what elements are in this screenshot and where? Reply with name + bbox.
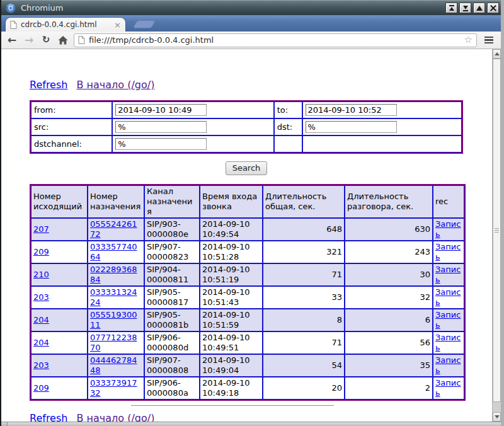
- destination-number-link[interactable]: 03337391732: [90, 378, 137, 398]
- top-nav-links: Refresh В начало (/go/): [30, 79, 492, 91]
- new-tab-button[interactable]: [133, 20, 156, 28]
- to-label: to:: [274, 101, 302, 118]
- destination-number-link-cell: 05551930011: [88, 309, 144, 331]
- bookmark-star-icon[interactable]: ☆: [464, 35, 472, 45]
- total-duration-cell: 71: [263, 263, 345, 286]
- form-row: from: to:: [31, 101, 462, 118]
- start-time-cell: 2014-09-10 10:51:43: [200, 286, 263, 309]
- source-number-link[interactable]: 210: [33, 270, 49, 279]
- table-row: 21002228936884SIP/904-000008112014-09-10…: [31, 263, 464, 286]
- table-row: 20705552426172SIP/903-0000080e2014-09-10…: [31, 218, 464, 241]
- tab-close-icon[interactable]: ×: [114, 21, 121, 29]
- start-time-cell: 2014-09-10 10:51:19: [200, 263, 263, 286]
- channel-cell: SIP/906-0000080a: [144, 377, 200, 400]
- shade-button[interactable]: [445, 3, 457, 13]
- search-row: Search: [30, 161, 463, 175]
- source-number-link[interactable]: 203: [33, 292, 49, 302]
- browser-window: Chromium cdrcb-0.0.4.cgi.html × ← → ↻: [0, 0, 504, 426]
- record-link[interactable]: Запись: [435, 333, 461, 352]
- source-number-link-cell: 209: [31, 241, 88, 263]
- page-content: Refresh В начало (/go/) from: to: src: d…: [1, 49, 501, 422]
- source-number-link[interactable]: 209: [33, 383, 49, 393]
- refresh-link[interactable]: Refresh: [30, 412, 67, 422]
- minimize-button[interactable]: [459, 3, 471, 13]
- destination-number-link[interactable]: 07771223870: [90, 333, 137, 352]
- record-link[interactable]: Запись: [435, 242, 461, 262]
- dst-input[interactable]: [306, 121, 397, 133]
- address-bar[interactable]: file:///tmp/cdrcb-0.0.4.cgi.html ☆: [74, 33, 477, 47]
- record-link[interactable]: Запись: [435, 378, 461, 398]
- record-link[interactable]: Запись: [435, 355, 461, 375]
- source-number-link[interactable]: 209: [33, 247, 49, 256]
- total-duration-cell: 20: [263, 377, 345, 400]
- source-number-link[interactable]: 204: [33, 338, 49, 347]
- scroll-up-button[interactable]: [493, 49, 501, 59]
- resize-grip[interactable]: [1, 422, 8, 426]
- destination-number-link[interactable]: 02228936884: [90, 265, 137, 284]
- search-button[interactable]: Search: [226, 161, 268, 175]
- record-link[interactable]: Запись: [435, 287, 461, 307]
- vertical-scrollbar[interactable]: [492, 49, 501, 422]
- source-number-link[interactable]: 203: [33, 360, 49, 370]
- destination-number-link-cell: 04446278448: [88, 354, 144, 377]
- dstchannel-input[interactable]: [115, 138, 207, 150]
- src-label: src:: [31, 118, 112, 135]
- start-time-cell: 2014-09-10 10:49:04: [200, 354, 263, 377]
- window-bottom-frame: [1, 422, 501, 426]
- close-button[interactable]: [487, 3, 499, 13]
- start-time-cell: 2014-09-10 10:49:18: [200, 377, 263, 400]
- record-link-cell: Запись: [433, 354, 464, 377]
- back-icon: ←: [8, 35, 16, 45]
- talk-duration-cell: 32: [345, 286, 433, 309]
- destination-number-link[interactable]: 03335774064: [90, 242, 137, 262]
- reload-button[interactable]: ↻: [40, 34, 52, 47]
- cdr-table: Номер исходящийНомер назначенияКанал наз…: [30, 184, 466, 401]
- reload-icon: ↻: [42, 35, 50, 45]
- destination-number-link-cell: 03337391732: [88, 377, 144, 400]
- chromium-logo-icon: [6, 3, 16, 13]
- record-link[interactable]: Запись: [435, 219, 461, 239]
- menu-button[interactable]: [481, 33, 496, 47]
- total-duration-cell: 8: [263, 309, 345, 331]
- browser-tab[interactable]: cdrcb-0.0.4.cgi.html ×: [5, 17, 126, 32]
- scroll-down-button[interactable]: [493, 412, 501, 422]
- source-number-link-cell: 203: [31, 286, 88, 309]
- url-text[interactable]: file:///tmp/cdrcb-0.0.4.cgi.html: [89, 35, 461, 45]
- destination-number-link[interactable]: 03333132424: [90, 287, 137, 307]
- home-button[interactable]: [57, 34, 69, 47]
- source-number-link-cell: 210: [31, 263, 88, 286]
- to-input[interactable]: [306, 104, 397, 116]
- source-number-link[interactable]: 207: [33, 224, 49, 234]
- destination-number-link[interactable]: 04446278448: [90, 355, 137, 375]
- total-duration-cell: 71: [263, 331, 345, 354]
- src-input[interactable]: [115, 121, 207, 133]
- refresh-link[interactable]: Refresh: [30, 79, 67, 91]
- record-link-cell: Запись: [433, 309, 464, 331]
- record-link[interactable]: Запись: [435, 265, 461, 284]
- home-go-link[interactable]: В начало (/go/): [77, 412, 155, 422]
- channel-cell: SIP/903-0000080e: [144, 218, 200, 241]
- filter-form-table: from: to: src: dst: dstchannel:: [30, 100, 463, 154]
- window-title: Chromium: [21, 3, 444, 13]
- destination-number-link[interactable]: 05551930011: [90, 310, 137, 330]
- window-controls: [444, 3, 499, 13]
- titlebar[interactable]: Chromium: [1, 0, 501, 15]
- record-link-cell: Запись: [433, 286, 464, 309]
- back-button[interactable]: ←: [6, 34, 18, 47]
- column-header: Номер назначения: [88, 185, 144, 218]
- destination-number-link-cell: 03333132424: [88, 286, 144, 309]
- record-link-cell: Запись: [433, 263, 464, 286]
- forward-button[interactable]: →: [23, 34, 35, 47]
- from-input[interactable]: [115, 104, 207, 116]
- home-go-link[interactable]: В начало (/go/): [77, 79, 155, 91]
- scrollbar-thumb[interactable]: [493, 59, 501, 402]
- scrollbar-track[interactable]: [493, 402, 501, 412]
- maximize-button[interactable]: [473, 3, 485, 13]
- source-number-link[interactable]: 204: [33, 315, 49, 325]
- channel-cell: SIP/904-00000811: [144, 263, 200, 286]
- column-header: Канал назначения: [144, 185, 200, 218]
- minimize-icon: [462, 5, 469, 11]
- table-row: 20407771223870SIP/906-0000080d2014-09-10…: [31, 331, 464, 354]
- record-link[interactable]: Запись: [435, 310, 461, 330]
- destination-number-link[interactable]: 05552426172: [90, 219, 137, 239]
